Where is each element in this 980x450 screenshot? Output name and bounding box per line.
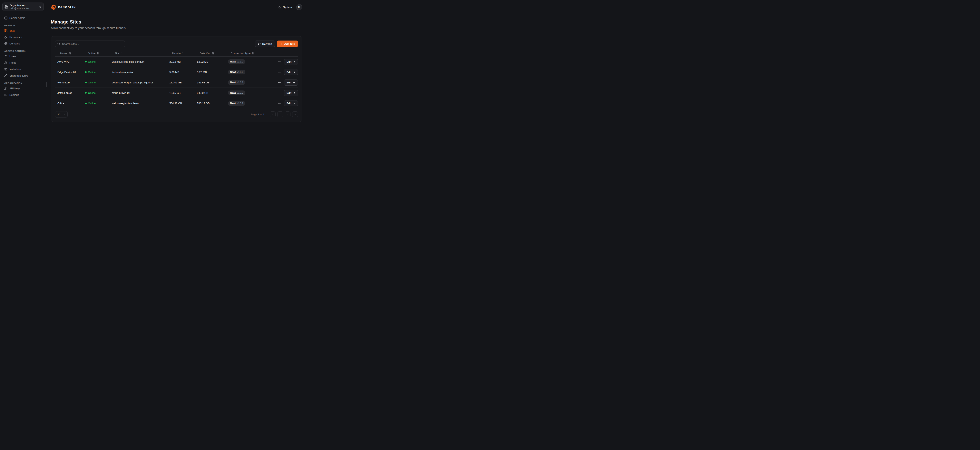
user-avatar[interactable]: M bbox=[296, 4, 302, 10]
sidebar-item-label: Roles bbox=[10, 61, 16, 64]
sidebar-scrollbar[interactable] bbox=[46, 82, 46, 87]
toolbar-actions: Refresh Add Site bbox=[255, 41, 298, 47]
brand[interactable]: PANGOLIN bbox=[51, 4, 76, 10]
row-menu-button[interactable] bbox=[277, 81, 282, 85]
page-indicator: Page 1 of 1 bbox=[251, 113, 264, 116]
section-label-organization: ORGANIZATION bbox=[2, 82, 44, 84]
data-out-cell: 141.68 GB bbox=[195, 81, 226, 84]
sidebar-item-sites[interactable]: Sites bbox=[2, 27, 44, 34]
sidebar-item-resources[interactable]: Resources bbox=[2, 34, 44, 40]
ellipsis-icon bbox=[278, 81, 281, 84]
key-icon bbox=[4, 87, 8, 90]
sidebar-item-label: Resources bbox=[10, 36, 22, 39]
chevron-right-icon bbox=[286, 113, 289, 116]
edit-button[interactable]: Edit bbox=[284, 79, 298, 86]
row-menu-button[interactable] bbox=[277, 91, 282, 95]
table-header: Name Online Site Data In bbox=[55, 50, 298, 57]
connection-client: Newt bbox=[230, 102, 236, 105]
chevrons-right-icon bbox=[294, 113, 296, 116]
table-toolbar: Refresh Add Site bbox=[55, 41, 298, 47]
table-row: Office Online welcome-giant-mole-rat 534… bbox=[55, 98, 298, 108]
search-icon bbox=[57, 43, 60, 46]
sidebar-item-domains[interactable]: Domains bbox=[2, 40, 44, 47]
users-icon bbox=[4, 61, 8, 65]
sidebar-item-shareable-links[interactable]: Shareable Links bbox=[2, 73, 44, 79]
page-subtitle: Allow connectivity to your network throu… bbox=[51, 26, 302, 30]
connection-version: v1.3.2 bbox=[237, 92, 243, 94]
status-dot bbox=[85, 82, 87, 83]
link-icon bbox=[4, 74, 8, 78]
data-in-cell: 5.00 MB bbox=[167, 71, 195, 74]
sidebar-item-users[interactable]: Users bbox=[2, 53, 44, 60]
arrow-right-icon bbox=[293, 102, 295, 105]
column-label: Site bbox=[115, 52, 119, 55]
edit-button[interactable]: Edit bbox=[284, 69, 298, 75]
page-head: Manage Sites Allow connectivity to your … bbox=[46, 14, 307, 30]
column-header-data-out[interactable]: Data Out bbox=[195, 52, 226, 55]
chevrons-up-down-icon bbox=[39, 5, 41, 8]
section-label-general: GENERAL bbox=[2, 24, 44, 27]
connection-badge: Newt v1.3.2 bbox=[228, 70, 245, 74]
site-name-cell: Jeff's Laptop bbox=[55, 92, 83, 94]
column-header-data-in[interactable]: Data In bbox=[167, 52, 195, 55]
connection-badge: Newt v1.3.2 bbox=[228, 90, 245, 95]
user-icon bbox=[4, 55, 8, 58]
add-site-button[interactable]: Add Site bbox=[277, 41, 298, 47]
sidebar-item-server-admin[interactable]: Server Admin bbox=[2, 15, 44, 21]
status-dot bbox=[85, 61, 87, 62]
first-page-button[interactable] bbox=[270, 111, 275, 117]
connection-version: v1.3.2 bbox=[237, 102, 243, 105]
org-switcher[interactable]: Organization milo@fossorial.io's ... bbox=[2, 3, 44, 11]
prev-page-button[interactable] bbox=[277, 111, 283, 117]
arrow-right-icon bbox=[293, 81, 295, 84]
data-out-cell: 780.12 GB bbox=[195, 102, 226, 105]
sidebar-item-api-keys[interactable]: API Keys bbox=[2, 85, 44, 92]
sidebar-item-invitations[interactable]: Invitations bbox=[2, 66, 44, 73]
connection-version: v1.3.2 bbox=[237, 81, 243, 84]
connection-type-cell: Newt v1.3.2 bbox=[226, 90, 275, 95]
sidebar-item-roles[interactable]: Roles bbox=[2, 60, 44, 66]
refresh-button[interactable]: Refresh bbox=[255, 41, 275, 47]
page-size-select[interactable]: 20 bbox=[55, 111, 68, 117]
edit-button[interactable]: Edit bbox=[284, 59, 298, 65]
sidebar-item-label: Server Admin bbox=[10, 16, 25, 19]
column-header-connection-type[interactable]: Connection Type bbox=[226, 52, 275, 55]
org-switcher-value: milo@fossorial.io's ... bbox=[10, 7, 37, 10]
sort-icon bbox=[252, 52, 255, 55]
column-label: Name bbox=[60, 52, 67, 55]
search-input[interactable] bbox=[62, 42, 123, 46]
theme-label: System bbox=[283, 6, 292, 9]
sidebar-item-settings[interactable]: Settings bbox=[2, 92, 44, 98]
row-menu-button[interactable] bbox=[277, 60, 282, 64]
status-dot bbox=[85, 103, 87, 104]
theme-toggle[interactable]: System bbox=[278, 5, 292, 9]
edit-button[interactable]: Edit bbox=[284, 90, 298, 96]
column-header-name[interactable]: Name bbox=[55, 52, 83, 55]
sites-card: Refresh Add Site Name bbox=[51, 36, 302, 122]
edit-label: Edit bbox=[286, 102, 291, 105]
row-menu-button[interactable] bbox=[277, 101, 282, 105]
edit-button[interactable]: Edit bbox=[284, 100, 298, 106]
row-actions: Edit bbox=[275, 69, 298, 75]
pagination: Page 1 of 1 bbox=[251, 111, 298, 117]
ticket-check-icon bbox=[4, 68, 8, 71]
globe-icon bbox=[4, 42, 8, 45]
sidebar-item-label: Shareable Links bbox=[10, 74, 29, 77]
add-site-label: Add Site bbox=[284, 43, 295, 46]
ellipsis-icon bbox=[278, 101, 281, 105]
moon-icon bbox=[278, 5, 282, 9]
table-row: Jeff's Laptop Online smug-brown-rat 12.6… bbox=[55, 88, 298, 98]
last-page-button[interactable] bbox=[292, 111, 298, 117]
data-out-cell: 52.02 MB bbox=[195, 60, 226, 63]
edit-label: Edit bbox=[286, 60, 291, 63]
refresh-label: Refresh bbox=[262, 43, 272, 46]
ellipsis-icon bbox=[278, 70, 281, 74]
table-row: Edge Device 01 Online fortunate-cape-fox… bbox=[55, 67, 298, 78]
column-label: Online bbox=[88, 52, 95, 55]
column-header-online[interactable]: Online bbox=[83, 52, 109, 55]
column-header-site[interactable]: Site bbox=[109, 52, 167, 55]
row-menu-button[interactable] bbox=[277, 70, 282, 74]
arrow-right-icon bbox=[293, 71, 295, 73]
next-page-button[interactable] bbox=[285, 111, 291, 117]
ellipsis-icon bbox=[278, 91, 281, 95]
